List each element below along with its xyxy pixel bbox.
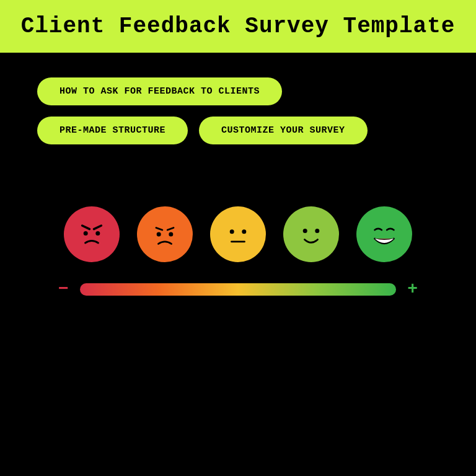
svg-line-5 xyxy=(167,228,174,231)
svg-point-8 xyxy=(230,229,234,234)
emoji-happy[interactable] xyxy=(356,206,412,262)
how-to-ask-button[interactable]: HOW TO ASK FOR FEEDBACK TO CLIENTS xyxy=(37,77,282,105)
svg-point-3 xyxy=(95,231,100,236)
slider-minus-label: − xyxy=(58,280,69,299)
emoji-neutral[interactable] xyxy=(210,206,266,262)
svg-point-2 xyxy=(84,231,88,236)
svg-point-6 xyxy=(157,232,161,237)
emoji-sad[interactable] xyxy=(137,206,193,262)
emoji-smile[interactable] xyxy=(283,206,339,262)
rating-slider-bar[interactable] xyxy=(80,283,396,296)
svg-line-1 xyxy=(94,226,102,229)
svg-point-7 xyxy=(169,232,173,237)
pre-made-structure-button[interactable]: PRE-MADE STRUCTURE xyxy=(37,117,188,144)
svg-line-0 xyxy=(82,226,90,229)
rating-slider-row: − + xyxy=(58,280,418,299)
emoji-section: − + xyxy=(0,206,476,299)
svg-point-11 xyxy=(303,229,307,233)
main-content: HOW TO ASK FOR FEEDBACK TO CLIENTS PRE-M… xyxy=(0,53,476,169)
page-title: Client Feedback Survey Template xyxy=(21,14,456,39)
svg-point-9 xyxy=(242,229,246,234)
svg-point-12 xyxy=(315,229,319,233)
slider-plus-label: + xyxy=(407,280,418,299)
emoji-angry[interactable] xyxy=(64,206,120,262)
emoji-row xyxy=(64,206,412,262)
svg-line-4 xyxy=(156,228,162,231)
header-banner: Client Feedback Survey Template xyxy=(0,0,476,53)
customize-survey-button[interactable]: CUSTOMIZE YOUR SURVEY xyxy=(199,117,368,144)
button-row-2: PRE-MADE STRUCTURE CUSTOMIZE YOUR SURVEY xyxy=(37,117,368,144)
